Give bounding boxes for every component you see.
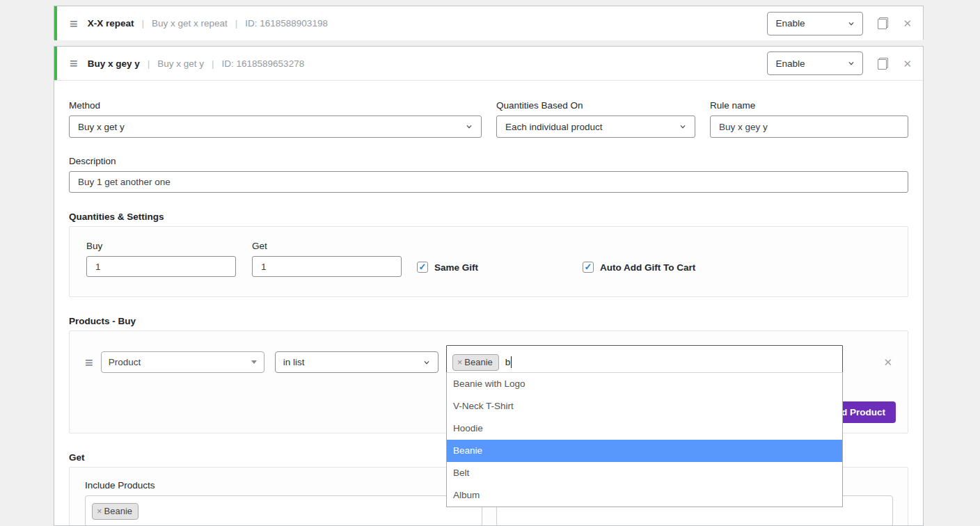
rule-name-input[interactable]	[710, 115, 908, 138]
chevron-down-icon	[464, 122, 474, 132]
rule-subtitle: Buy x get x repeat	[152, 18, 228, 29]
separator: |	[141, 18, 144, 29]
buy-qty-label: Buy	[86, 241, 236, 251]
same-gift-label: Same Gift	[434, 262, 478, 273]
description-label: Description	[69, 156, 908, 166]
remove-condition-icon[interactable]: ✕	[883, 356, 892, 369]
chevron-down-icon	[846, 58, 856, 68]
rule-header: ≡ Buy x gey y | Buy x get y | ID: 161858…	[54, 47, 923, 81]
dropdown-option[interactable]: Beanie with Logo	[447, 373, 842, 395]
condition-operator-select[interactable]: in list	[275, 351, 438, 373]
selected-product-chip: ×Beanie	[92, 503, 139, 520]
buy-qty-input[interactable]	[86, 256, 236, 277]
include-products-multiselect[interactable]: ×Beanie	[85, 495, 482, 526]
condition-type-select[interactable]: Product	[101, 351, 264, 373]
dropdown-arrow-icon	[251, 360, 257, 364]
auto-add-gift-checkbox[interactable]: ✓	[583, 262, 594, 273]
product-search-text: b	[505, 357, 511, 367]
delete-rule-icon[interactable]: ✕	[903, 18, 912, 29]
check-icon: ✓	[585, 262, 592, 272]
chip-label: Beanie	[464, 357, 492, 367]
remove-chip-icon[interactable]: ×	[457, 357, 463, 367]
dropdown-option[interactable]: Album	[447, 484, 842, 507]
duplicate-rule-icon[interactable]	[878, 58, 888, 70]
quantities-based-on-label: Quantities Based On	[496, 100, 695, 111]
dropdown-option[interactable]: V-Neck T-Shirt	[447, 395, 842, 417]
separator: |	[148, 58, 150, 69]
chevron-down-icon	[678, 122, 688, 132]
separator: |	[235, 18, 238, 29]
rule-card-collapsed: ≡ X-X repeat | Buy x get x repeat | ID: …	[54, 6, 924, 40]
get-qty-label: Get	[252, 241, 402, 251]
rule-status-value: Enable	[775, 18, 805, 29]
selected-product-chip: ×Beanie	[452, 354, 499, 371]
chevron-down-icon	[422, 358, 432, 367]
method-select-value: Buy x get y	[78, 122, 125, 132]
auto-add-gift-label: Auto Add Gift To Cart	[600, 262, 695, 273]
get-qty-input[interactable]	[252, 256, 402, 277]
rule-title: X-X repeat	[88, 18, 134, 29]
rule-header: ≡ X-X repeat | Buy x get x repeat | ID: …	[54, 6, 923, 40]
description-input[interactable]	[69, 171, 908, 193]
chevron-down-icon	[846, 19, 856, 29]
rule-status-select[interactable]: Enable	[767, 12, 863, 35]
dropdown-option-highlighted[interactable]: Beanie	[447, 440, 842, 462]
quantities-based-on-value: Each individual product	[505, 122, 603, 132]
separator: |	[212, 58, 214, 69]
drag-handle-icon[interactable]: ≡	[70, 56, 78, 70]
method-label: Method	[69, 100, 482, 111]
check-icon: ✓	[419, 262, 427, 272]
duplicate-rule-icon[interactable]	[878, 17, 888, 29]
rule-name-label: Rule name	[710, 100, 908, 111]
rule-subtitle: Buy x get y	[157, 58, 204, 69]
drag-handle-icon[interactable]: ≡	[70, 17, 78, 31]
quantities-based-on-select[interactable]: Each individual product	[496, 115, 695, 138]
dropdown-option[interactable]: Belt	[447, 462, 842, 484]
condition-type-value: Product	[109, 357, 141, 367]
products-buy-heading: Products - Buy	[69, 316, 908, 326]
quantities-settings-heading: Quantities & Settings	[69, 212, 908, 222]
condition-drag-handle-icon[interactable]: ≡	[85, 356, 93, 369]
same-gift-checkbox[interactable]: ✓	[417, 262, 428, 273]
rule-status-value: Enable	[775, 58, 805, 69]
rule-id: ID: 1618588903198	[245, 18, 328, 29]
quantities-settings-box: Buy Get ✓ Same Gift ✓ Auto Add Gift To C…	[69, 226, 908, 297]
chip-label: Beanie	[104, 506, 132, 516]
dropdown-option[interactable]: Hoodie	[447, 417, 842, 440]
rule-id: ID: 1618589653278	[222, 58, 305, 69]
delete-rule-icon[interactable]: ✕	[903, 58, 912, 69]
product-search-results-dropdown: Beanie with Logo V-Neck T-Shirt Hoodie B…	[446, 372, 843, 507]
remove-chip-icon[interactable]: ×	[97, 506, 102, 516]
rule-title: Buy x gey y	[88, 58, 140, 69]
condition-operator-value: in list	[283, 357, 305, 367]
rule-status-select[interactable]: Enable	[767, 51, 863, 75]
text-caret	[511, 356, 512, 368]
method-select[interactable]: Buy x get y	[69, 115, 482, 138]
